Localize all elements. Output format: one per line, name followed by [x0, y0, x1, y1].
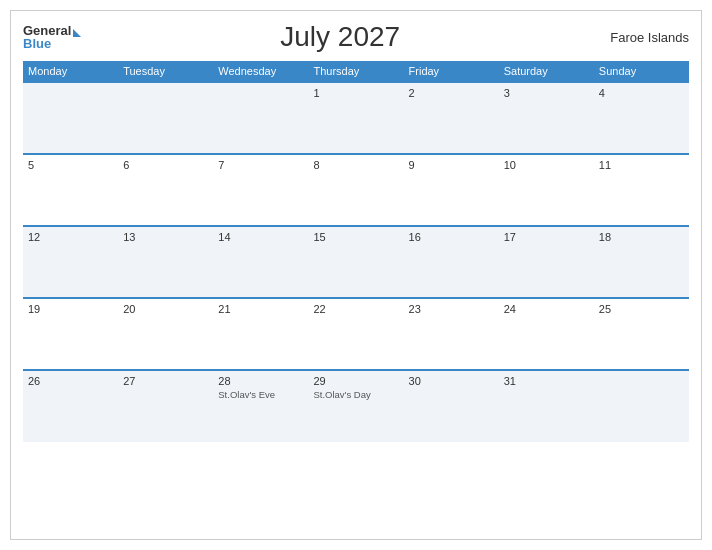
day-event: St.Olav's Day [313, 389, 398, 400]
day-cell: 8 [308, 154, 403, 226]
day-cell: 13 [118, 226, 213, 298]
month-title: July 2027 [81, 21, 599, 53]
day-event: St.Olav's Eve [218, 389, 303, 400]
weekday-header-wednesday: Wednesday [213, 61, 308, 82]
day-cell: 18 [594, 226, 689, 298]
calendar-header: General Blue July 2027 Faroe Islands [23, 21, 689, 53]
day-number: 16 [409, 231, 494, 243]
day-number: 18 [599, 231, 684, 243]
day-cell: 31 [499, 370, 594, 442]
day-cell: 22 [308, 298, 403, 370]
weekday-header-row: MondayTuesdayWednesdayThursdayFridaySatu… [23, 61, 689, 82]
day-cell [118, 82, 213, 154]
day-number: 13 [123, 231, 208, 243]
day-cell [23, 82, 118, 154]
week-row-1: 1234 [23, 82, 689, 154]
day-number: 20 [123, 303, 208, 315]
week-row-4: 19202122232425 [23, 298, 689, 370]
day-cell: 19 [23, 298, 118, 370]
calendar-container: General Blue July 2027 Faroe Islands Mon… [10, 10, 702, 540]
day-cell: 7 [213, 154, 308, 226]
day-cell: 9 [404, 154, 499, 226]
weekday-header-monday: Monday [23, 61, 118, 82]
weekday-header-friday: Friday [404, 61, 499, 82]
day-number: 10 [504, 159, 589, 171]
day-cell: 6 [118, 154, 213, 226]
day-number: 31 [504, 375, 589, 387]
day-number: 4 [599, 87, 684, 99]
day-cell: 21 [213, 298, 308, 370]
day-cell: 28St.Olav's Eve [213, 370, 308, 442]
day-cell: 15 [308, 226, 403, 298]
day-cell: 10 [499, 154, 594, 226]
day-number: 9 [409, 159, 494, 171]
weekday-header-sunday: Sunday [594, 61, 689, 82]
day-cell: 24 [499, 298, 594, 370]
weekday-header-thursday: Thursday [308, 61, 403, 82]
day-cell: 1 [308, 82, 403, 154]
day-number: 29 [313, 375, 398, 387]
day-cell: 20 [118, 298, 213, 370]
day-number: 25 [599, 303, 684, 315]
day-number: 17 [504, 231, 589, 243]
day-number: 28 [218, 375, 303, 387]
day-number: 7 [218, 159, 303, 171]
day-cell: 25 [594, 298, 689, 370]
day-cell: 16 [404, 226, 499, 298]
day-number: 3 [504, 87, 589, 99]
day-number: 21 [218, 303, 303, 315]
day-number: 19 [28, 303, 113, 315]
day-number: 15 [313, 231, 398, 243]
day-cell [213, 82, 308, 154]
day-cell: 4 [594, 82, 689, 154]
weekday-header-saturday: Saturday [499, 61, 594, 82]
day-number: 27 [123, 375, 208, 387]
day-number: 30 [409, 375, 494, 387]
day-cell: 23 [404, 298, 499, 370]
day-cell [594, 370, 689, 442]
day-cell: 3 [499, 82, 594, 154]
day-cell: 17 [499, 226, 594, 298]
week-row-2: 567891011 [23, 154, 689, 226]
day-number: 26 [28, 375, 113, 387]
day-cell: 2 [404, 82, 499, 154]
calendar-table: MondayTuesdayWednesdayThursdayFridaySatu… [23, 61, 689, 442]
region-label: Faroe Islands [599, 30, 689, 45]
day-number: 11 [599, 159, 684, 171]
logo-blue-text: Blue [23, 37, 81, 50]
day-cell: 26 [23, 370, 118, 442]
day-cell: 5 [23, 154, 118, 226]
day-number: 2 [409, 87, 494, 99]
day-number: 8 [313, 159, 398, 171]
day-cell: 27 [118, 370, 213, 442]
day-number: 1 [313, 87, 398, 99]
day-cell: 29St.Olav's Day [308, 370, 403, 442]
day-number: 24 [504, 303, 589, 315]
day-number: 14 [218, 231, 303, 243]
day-cell: 14 [213, 226, 308, 298]
day-number: 23 [409, 303, 494, 315]
weekday-header-tuesday: Tuesday [118, 61, 213, 82]
day-number: 6 [123, 159, 208, 171]
day-number: 22 [313, 303, 398, 315]
day-cell: 11 [594, 154, 689, 226]
day-number: 12 [28, 231, 113, 243]
day-cell: 30 [404, 370, 499, 442]
week-row-3: 12131415161718 [23, 226, 689, 298]
day-number: 5 [28, 159, 113, 171]
logo: General Blue [23, 24, 81, 50]
logo-triangle-icon [73, 29, 81, 37]
week-row-5: 262728St.Olav's Eve29St.Olav's Day3031 [23, 370, 689, 442]
day-cell: 12 [23, 226, 118, 298]
